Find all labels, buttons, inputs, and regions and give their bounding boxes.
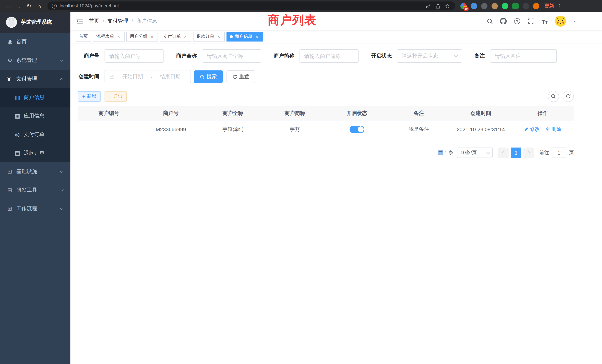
merchant-short-input[interactable]: [300, 49, 359, 63]
merchant-no-input[interactable]: [105, 49, 164, 63]
tab-label: 流程表单: [96, 33, 114, 40]
fullscreen-icon[interactable]: [527, 18, 534, 24]
column-header: 备注: [388, 110, 450, 117]
search-button[interactable]: 搜索: [194, 70, 223, 83]
browser-profile-avatar[interactable]: [533, 3, 539, 9]
font-size-large-glyph: T: [542, 19, 545, 24]
payment-submenu: ▥ 商户信息 ▦ 应用信息 ◎ 支付订单 ▤ 退款订单: [0, 88, 70, 162]
close-icon[interactable]: ×: [254, 34, 259, 39]
prev-page-button[interactable]: [498, 148, 509, 158]
browser-refresh-button[interactable]: ↻: [24, 1, 34, 11]
extension-blue-icon[interactable]: [471, 3, 477, 9]
sidebar-item-payment-management[interactable]: ¥ 支付管理: [0, 70, 70, 88]
reset-button-label: 重置: [239, 73, 249, 80]
sidebar-item-system-management[interactable]: ⚙ 系统管理: [0, 51, 70, 70]
tab-user-group[interactable]: 用户分组×: [126, 32, 158, 41]
help-icon[interactable]: ?: [514, 18, 520, 24]
sidebar-item-refund-order[interactable]: ▤ 退款订单: [0, 144, 70, 162]
page-1-button[interactable]: 1: [511, 148, 521, 158]
merchant-table: 商户编号 商户号 商户全称 商户简称 开启状态 备注 创建时间 操作 1 M23…: [78, 106, 574, 138]
close-icon[interactable]: ×: [149, 34, 155, 39]
site-info-icon[interactable]: i: [52, 3, 57, 8]
tab-process-form[interactable]: 流程表单×: [93, 32, 125, 41]
tab-label: 退款订单: [196, 33, 214, 40]
extension-gray-icon[interactable]: [481, 3, 487, 9]
extension-sheet-icon[interactable]: [512, 3, 519, 9]
bookmark-star-icon[interactable]: ☆: [444, 3, 451, 9]
refresh-table-button[interactable]: [563, 91, 574, 102]
close-icon[interactable]: ×: [116, 34, 121, 39]
merchant-card-icon: ▥: [15, 94, 24, 101]
merchant-no-field[interactable]: [109, 53, 159, 59]
breadcrumb-payment[interactable]: 支付管理: [108, 18, 128, 24]
status-toggle[interactable]: [349, 126, 364, 133]
browser-forward-button[interactable]: →: [13, 1, 24, 11]
address-bar[interactable]: i localhost:1024/pay/merchant ☆: [47, 1, 455, 10]
browser-back-button[interactable]: ←: [3, 1, 13, 11]
delete-link[interactable]: 删除: [546, 126, 561, 132]
sidebar-item-dev-tools[interactable]: ⊟ 研发工具: [0, 181, 70, 199]
extension-dark-icon[interactable]: [523, 3, 529, 9]
extension-green-icon[interactable]: [502, 3, 508, 9]
tab-refund-order[interactable]: 退款订单×: [193, 32, 225, 41]
sidebar-item-app-info[interactable]: ▦ 应用信息: [0, 107, 70, 125]
remark-field[interactable]: [495, 53, 552, 59]
date-start-placeholder[interactable]: 开始日期: [117, 73, 148, 80]
share-icon[interactable]: [434, 3, 441, 9]
date-range-picker[interactable]: 开始日期 - 结束日期: [105, 70, 191, 83]
chevron-down-icon: [60, 188, 64, 191]
font-size-icon[interactable]: TT: [541, 18, 548, 24]
sidebar-item-home[interactable]: ◉ 首页: [0, 33, 70, 51]
goto-label: 前往: [539, 149, 549, 156]
sidebar-item-label: 商户信息: [24, 94, 44, 101]
date-end-placeholder[interactable]: 结束日期: [155, 73, 186, 80]
browser-home-button[interactable]: ⌂: [34, 1, 44, 11]
merchant-short-field[interactable]: [304, 53, 354, 59]
sidebar-item-pay-order[interactable]: ◎ 支付订单: [0, 125, 70, 144]
extension-avatar-icon[interactable]: [492, 3, 498, 9]
sidebar-item-merchant-info[interactable]: ▥ 商户信息: [0, 88, 70, 107]
breadcrumb-separator: /: [132, 18, 133, 24]
breadcrumb-home[interactable]: 首页: [89, 18, 99, 24]
browser-update-button[interactable]: 更新: [545, 3, 554, 9]
active-dot: [230, 35, 233, 38]
table-header-row: 商户编号 商户号 商户全称 商户简称 开启状态 备注 创建时间 操作: [78, 106, 574, 120]
sidebar-item-workflow[interactable]: ⊞ 工作流程: [0, 199, 70, 218]
reset-button[interactable]: 重置: [226, 70, 255, 83]
page-size-select[interactable]: 10条/页: [457, 148, 493, 158]
tab-pay-order[interactable]: 支付订单×: [160, 32, 191, 41]
status-select-placeholder: 请选择开启状态: [402, 53, 438, 59]
tab-label: 用户分组: [130, 33, 148, 40]
tab-merchant-info[interactable]: 商户信息×: [226, 32, 263, 41]
close-icon[interactable]: ×: [216, 34, 221, 39]
sidebar-item-infrastructure[interactable]: ⊡ 基础设施: [0, 162, 70, 181]
merchant-name-input[interactable]: [202, 49, 261, 63]
toolbox-icon: ⊟: [7, 187, 16, 193]
remark-input[interactable]: [490, 49, 557, 63]
status-select[interactable]: 请选择开启状态: [397, 49, 462, 63]
next-page-button[interactable]: [523, 148, 534, 158]
extension-pinwheel-icon[interactable]: 10: [460, 3, 467, 9]
filter-row-1: 商户号 商户全称 商户简称 开启状态 请选择开启状态: [78, 49, 574, 63]
workflow-icon: ⊞: [7, 205, 16, 212]
edit-link[interactable]: 修改: [524, 126, 540, 132]
search-icon[interactable]: [486, 18, 493, 24]
github-icon[interactable]: [500, 18, 507, 24]
avatar-caret-icon[interactable]: [573, 21, 576, 24]
password-key-icon[interactable]: [425, 3, 431, 9]
goto-page-input[interactable]: [552, 148, 566, 158]
toggle-search-button[interactable]: [548, 91, 559, 102]
merchant-name-field[interactable]: [207, 53, 257, 59]
sidebar: 芋道管理系统 ◉ 首页 ⚙ 系统管理 ¥ 支付管理: [0, 12, 70, 364]
tab-home[interactable]: 首页: [76, 32, 91, 41]
add-button[interactable]: + 新增: [78, 91, 101, 102]
tab-label: 首页: [79, 33, 88, 40]
hamburger-icon[interactable]: [70, 18, 89, 24]
browser-menu-icon[interactable]: ⋮: [557, 3, 562, 9]
column-header: 开启状态: [326, 110, 388, 117]
export-button[interactable]: ↓ 导出: [104, 91, 127, 102]
close-icon[interactable]: ×: [183, 34, 188, 39]
user-avatar[interactable]: [555, 16, 566, 27]
chevron-down-icon: [60, 169, 64, 173]
app-logo[interactable]: 芋道管理系统: [0, 12, 70, 33]
